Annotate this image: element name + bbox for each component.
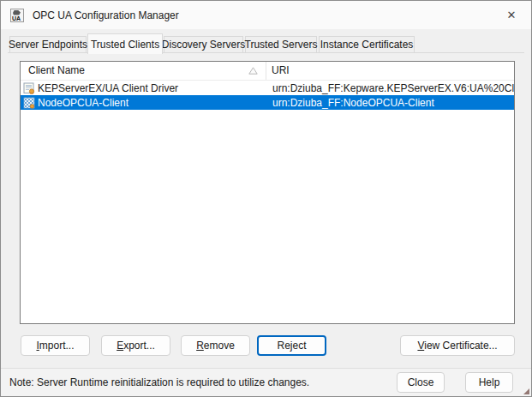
client-uri-cell: urn:Dziuba_FF:Kepware.KEPServerEX.V6:UA%… <box>266 82 514 94</box>
tab-instance-certificates[interactable]: Instance Certificates <box>319 36 415 53</box>
table-row[interactable]: KEPServerEX/UA Client Driver urn:Dziuba_… <box>21 81 514 95</box>
app-icon-label: UA <box>12 15 21 21</box>
app-icon: UA <box>10 9 24 22</box>
tab-discovery-servers[interactable]: Discovery Servers <box>164 36 243 53</box>
resize-grip[interactable] <box>523 388 529 394</box>
certificate-icon <box>23 82 35 94</box>
opc-ua-configuration-manager-dialog: UA OPC UA Configuration Manager ✕ Server… <box>0 0 532 397</box>
button-label: Close <box>408 376 434 388</box>
client-uri: urn:Dziuba_FF:NodeOPCUA-Client <box>272 97 434 109</box>
export-button[interactable]: Export... <box>101 335 170 356</box>
close-button[interactable]: Close <box>397 372 445 393</box>
tab-trusted-servers[interactable]: Trusted Servers <box>245 36 317 53</box>
column-header-uri[interactable]: URI <box>266 62 514 80</box>
close-icon: ✕ <box>507 9 517 21</box>
close-window-button[interactable]: ✕ <box>492 1 531 28</box>
button-label: emove <box>204 340 235 352</box>
tab-label: Instance Certificates <box>320 39 414 51</box>
client-name: NodeOPCUA-Client <box>38 97 129 109</box>
column-label: Client Name <box>28 64 85 76</box>
table-row-selected[interactable]: NodeOPCUA-Client urn:Dziuba_FF:NodeOPCUA… <box>21 95 514 110</box>
client-name-cell: KEPServerEX/UA Client Driver <box>21 82 266 94</box>
certificate-icon <box>23 97 35 109</box>
sort-ascending-icon <box>248 67 258 75</box>
access-key: R <box>196 340 204 352</box>
tab-label: Trusted Clients <box>91 39 159 51</box>
button-label: xport... <box>123 340 155 352</box>
button-label: iew Certificate... <box>424 340 497 352</box>
title-bar: UA OPC UA Configuration Manager ✕ <box>1 1 531 29</box>
button-label: mport... <box>39 340 75 352</box>
tab-trusted-clients[interactable]: Trusted Clients <box>87 33 163 54</box>
reject-button[interactable]: Reject <box>257 335 326 356</box>
tab-label: Discovery Servers <box>162 39 245 51</box>
access-key: E <box>117 340 123 352</box>
trusted-clients-list: Client Name URI KEPServerEX/UA C <box>20 61 515 324</box>
remove-button[interactable]: Remove <box>181 335 250 356</box>
dialog-footer: Note: Server Runtime reinitialization is… <box>1 368 531 396</box>
runtime-note: Note: Server Runtime reinitialization is… <box>9 376 309 388</box>
column-header-client-name[interactable]: Client Name <box>21 62 266 80</box>
tab-label: Server Endpoints <box>9 39 87 51</box>
list-header: Client Name URI <box>21 62 514 81</box>
tab-label: Trusted Servers <box>245 39 318 51</box>
button-label: Reject <box>277 340 306 352</box>
view-certificate-button[interactable]: View Certificate... <box>400 335 515 356</box>
tab-server-endpoints[interactable]: Server Endpoints <box>9 36 87 53</box>
client-uri-cell: urn:Dziuba_FF:NodeOPCUA-Client <box>266 97 514 109</box>
client-name: KEPServerEX/UA Client Driver <box>38 82 178 94</box>
column-label: URI <box>272 64 290 76</box>
client-name-cell: NodeOPCUA-Client <box>21 97 266 109</box>
client-uri: urn:Dziuba_FF:Kepware.KEPServerEX.V6:UA%… <box>272 82 514 94</box>
help-button[interactable]: Help <box>465 372 513 393</box>
button-label: Help <box>479 376 500 388</box>
import-button[interactable]: Import... <box>21 335 90 356</box>
window-title: OPC UA Configuration Manager <box>33 9 179 21</box>
